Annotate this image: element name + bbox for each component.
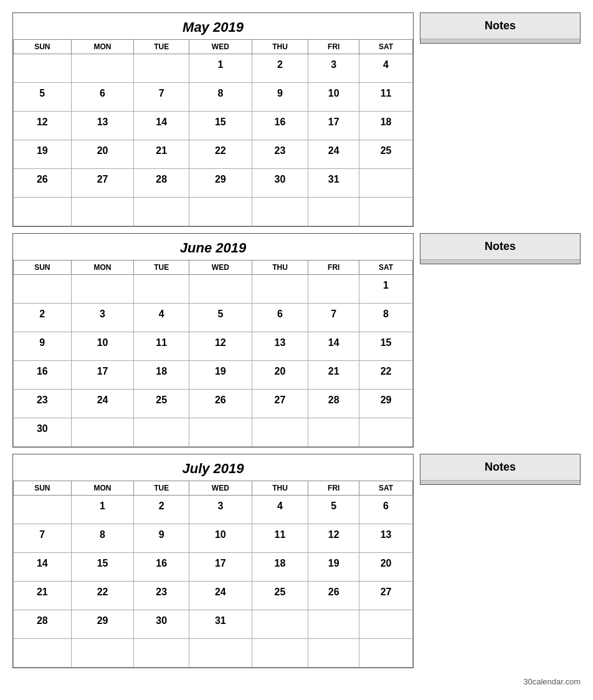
calendar-day-cell[interactable]: 3	[189, 496, 252, 524]
calendar-day-cell[interactable]: 11	[134, 332, 189, 361]
calendar-day-cell[interactable]: 25	[359, 140, 413, 169]
calendar-day-cell[interactable]: 16	[252, 112, 308, 140]
calendar-day-cell[interactable]: 5	[14, 83, 72, 112]
calendar-day-cell[interactable]: 3	[71, 304, 134, 332]
calendar-day-cell[interactable]: 3	[308, 54, 359, 83]
calendar-day-cell[interactable]: 15	[71, 553, 134, 582]
notes-line[interactable]	[420, 263, 580, 264]
calendar-day-cell[interactable]: 23	[14, 390, 72, 418]
calendar-day-cell[interactable]: 18	[359, 112, 413, 140]
calendar-day-cell[interactable]: 26	[14, 169, 72, 198]
calendar-day-cell[interactable]: 15	[359, 332, 413, 361]
calendar-day-cell[interactable]: 14	[308, 332, 359, 361]
calendar-day-cell[interactable]: 24	[189, 582, 252, 610]
calendar-day-cell[interactable]: 10	[308, 83, 359, 112]
calendar-day-cell[interactable]: 13	[359, 524, 413, 553]
notes-line[interactable]	[420, 42, 580, 43]
calendar-day-cell[interactable]: 31	[308, 169, 359, 198]
calendar-day-cell[interactable]: 12	[308, 524, 359, 553]
calendar-day-cell[interactable]: 1	[189, 54, 252, 83]
calendar-day-cell[interactable]: 9	[252, 83, 308, 112]
calendar-day-cell[interactable]: 30	[134, 610, 189, 639]
calendar-day-cell[interactable]: 4	[134, 304, 189, 332]
calendar-day-cell[interactable]: 24	[71, 390, 134, 418]
calendar-day-cell	[252, 418, 308, 447]
calendar-day-cell[interactable]: 20	[359, 553, 413, 582]
calendar-day-cell[interactable]: 27	[252, 390, 308, 418]
calendar-day-cell[interactable]: 27	[71, 169, 134, 198]
calendar-day-cell	[134, 275, 189, 304]
calendar-day-cell[interactable]: 5	[189, 304, 252, 332]
calendar-day-cell[interactable]: 26	[308, 582, 359, 610]
calendar-day-cell[interactable]: 22	[189, 140, 252, 169]
calendar-day-cell[interactable]: 6	[71, 83, 134, 112]
calendar-day-cell[interactable]: 29	[189, 169, 252, 198]
calendar-day-cell[interactable]: 14	[134, 112, 189, 140]
calendar-day-cell[interactable]: 21	[308, 361, 359, 390]
calendar-day-cell[interactable]: 20	[71, 140, 134, 169]
calendar-day-cell[interactable]: 10	[189, 524, 252, 553]
calendar-day-cell[interactable]: 6	[252, 304, 308, 332]
calendar-day-cell[interactable]: 16	[134, 553, 189, 582]
calendar-day-cell[interactable]: 30	[252, 169, 308, 198]
calendar-day-cell[interactable]: 22	[71, 582, 134, 610]
calendar-day-cell[interactable]: 9	[14, 332, 72, 361]
notes-section-2: Notes	[420, 454, 581, 485]
calendar-day-cell[interactable]: 9	[134, 524, 189, 553]
calendar-day-cell[interactable]: 28	[308, 390, 359, 418]
calendar-day-cell[interactable]: 6	[359, 496, 413, 524]
calendar-day-cell[interactable]: 11	[359, 83, 413, 112]
calendar-day-cell[interactable]: 28	[14, 610, 72, 639]
calendar-day-cell[interactable]: 23	[252, 140, 308, 169]
calendar-day-cell[interactable]: 1	[359, 275, 413, 304]
calendar-day-cell[interactable]: 22	[359, 361, 413, 390]
calendar-day-cell[interactable]: 17	[71, 361, 134, 390]
calendar-day-cell[interactable]: 23	[134, 582, 189, 610]
calendar-day-cell[interactable]: 29	[359, 390, 413, 418]
calendar-day-cell[interactable]: 30	[14, 418, 72, 447]
calendar-day-cell[interactable]: 13	[252, 332, 308, 361]
calendar-day-cell[interactable]: 21	[134, 140, 189, 169]
calendar-day-cell[interactable]: 27	[359, 582, 413, 610]
calendar-day-cell[interactable]: 14	[14, 553, 72, 582]
calendar-day-cell[interactable]: 5	[308, 496, 359, 524]
calendar-day-cell[interactable]: 7	[14, 524, 72, 553]
notes-line[interactable]	[420, 484, 580, 484]
calendar-day-cell[interactable]: 12	[14, 112, 72, 140]
calendar-day-cell[interactable]: 28	[134, 169, 189, 198]
calendar-day-cell[interactable]: 24	[308, 140, 359, 169]
calendar-day-cell	[308, 198, 359, 226]
calendar-day-cell[interactable]: 25	[252, 582, 308, 610]
calendar-day-cell[interactable]: 8	[189, 83, 252, 112]
calendar-day-cell[interactable]: 7	[134, 83, 189, 112]
footer-text: 30calendar.com	[523, 677, 581, 686]
calendar-day-cell[interactable]: 25	[134, 390, 189, 418]
calendar-day-cell[interactable]: 20	[252, 361, 308, 390]
calendar-day-cell[interactable]: 1	[71, 496, 134, 524]
calendar-day-cell[interactable]: 2	[252, 54, 308, 83]
calendar-day-cell[interactable]: 8	[359, 304, 413, 332]
calendar-day-cell[interactable]: 10	[71, 332, 134, 361]
calendar-day-cell[interactable]: 15	[189, 112, 252, 140]
calendar-day-cell[interactable]: 19	[189, 361, 252, 390]
calendar-day-cell[interactable]: 31	[189, 610, 252, 639]
calendar-day-cell[interactable]: 2	[134, 496, 189, 524]
calendar-day-cell[interactable]: 17	[308, 112, 359, 140]
calendar-day-cell[interactable]: 16	[14, 361, 72, 390]
calendar-day-cell[interactable]: 17	[189, 553, 252, 582]
calendar-day-cell[interactable]: 29	[71, 610, 134, 639]
calendar-day-cell[interactable]: 18	[252, 553, 308, 582]
calendar-day-cell[interactable]: 2	[14, 304, 72, 332]
calendar-day-cell[interactable]: 11	[252, 524, 308, 553]
calendar-day-cell[interactable]: 4	[359, 54, 413, 83]
calendar-day-cell[interactable]: 19	[308, 553, 359, 582]
calendar-day-cell[interactable]: 26	[189, 390, 252, 418]
calendar-day-cell[interactable]: 8	[71, 524, 134, 553]
calendar-day-cell[interactable]: 19	[14, 140, 72, 169]
calendar-day-cell[interactable]: 13	[71, 112, 134, 140]
calendar-day-cell[interactable]: 21	[14, 582, 72, 610]
calendar-day-cell[interactable]: 7	[308, 304, 359, 332]
calendar-day-cell[interactable]: 18	[134, 361, 189, 390]
calendar-day-cell[interactable]: 12	[189, 332, 252, 361]
calendar-day-cell[interactable]: 4	[252, 496, 308, 524]
